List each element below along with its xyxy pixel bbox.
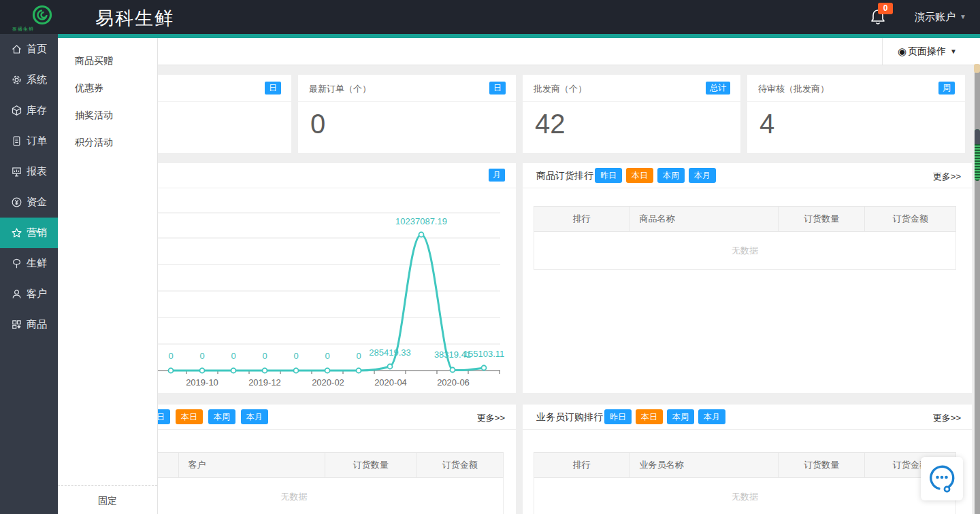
salesman-rank-title: 业务员订购排行 bbox=[536, 411, 603, 424]
dashboard-page: 日 最新订单（个） 日 0 批发商（个） 总计 42 待审核（批发商） 周 4 … bbox=[0, 0, 980, 514]
col-order-amount: 订货金额 bbox=[416, 453, 503, 477]
point-label: 0 bbox=[168, 351, 173, 361]
salesman-rank-header: 业务员订购排行 昨日 本日 本周 本月 更多>> bbox=[523, 405, 972, 430]
grid-icon bbox=[11, 319, 22, 330]
stat-card-title: 批发商（个） bbox=[534, 83, 587, 95]
tab-this-week[interactable]: 本周 bbox=[667, 409, 694, 424]
x-tick-label: 2019-10 bbox=[186, 377, 218, 388]
sidebar-item-fresh[interactable]: 生鲜 bbox=[0, 248, 58, 279]
point-label: 0 bbox=[231, 351, 235, 361]
col-rank: 排行 bbox=[534, 207, 630, 231]
product-rank-header: 商品订货排行 昨日 本日 本周 本月 更多>> bbox=[523, 163, 972, 188]
star-icon bbox=[11, 227, 22, 239]
gear-icon bbox=[11, 74, 22, 86]
col-order-qty: 订货数量 bbox=[779, 207, 866, 231]
tab-this-month[interactable]: 本月 bbox=[698, 409, 725, 424]
page-actions-button[interactable]: ◉ 页面操作 ▼ bbox=[882, 38, 975, 65]
stat-card-pending-review: 待审核（批发商） 周 4 bbox=[747, 75, 965, 153]
table-header-row: 排行 业务员名称 订货数量 订货金额 bbox=[534, 452, 956, 478]
point-label: 0 bbox=[262, 351, 267, 361]
tab-this-week[interactable]: 本周 bbox=[208, 409, 235, 424]
salesman-rank-panel: 业务员订购排行 昨日 本日 本周 本月 更多>> 排行 业务员名称 订货数量 订… bbox=[523, 405, 972, 514]
col-order-qty: 订货数量 bbox=[779, 453, 866, 477]
report-chart-icon bbox=[11, 166, 22, 177]
sidebar-item-home[interactable]: 首页 bbox=[0, 34, 58, 65]
sidebar-item-label: 资金 bbox=[27, 196, 47, 209]
marketing-submenu: 商品买赠 优惠券 抽奖活动 积分活动 固定 bbox=[58, 38, 158, 514]
sidebar-item-funds[interactable]: 资金 bbox=[0, 187, 58, 218]
tab-yesterday[interactable]: 昨日 bbox=[604, 409, 632, 424]
point-label: 155103.11 bbox=[463, 349, 505, 359]
product-rank-panel: 商品订货排行 昨日 本日 本周 本月 更多>> 排行 商品名称 订货数量 订货金… bbox=[523, 163, 972, 393]
tab-today[interactable]: 本日 bbox=[636, 409, 663, 424]
sidebar-item-system[interactable]: 系统 bbox=[0, 65, 58, 95]
stat-card-latest-orders: 最新订单（个） 日 0 bbox=[298, 75, 516, 153]
sidebar-item-label: 生鲜 bbox=[27, 257, 47, 270]
brand-logo-subtext: 推播生鲜 bbox=[12, 26, 65, 33]
sidebar-item-inventory[interactable]: 库存 bbox=[0, 95, 58, 126]
stat-card-value: 4 bbox=[760, 109, 774, 139]
sidebar-item-label: 订单 bbox=[27, 135, 47, 148]
col-rank: 排行 bbox=[534, 453, 630, 477]
salesman-rank-table: 排行 业务员名称 订货数量 订货金额 无数据 bbox=[534, 452, 956, 514]
period-badge: 周 bbox=[938, 82, 955, 95]
point-label: 0 bbox=[325, 351, 329, 361]
more-link[interactable]: 更多>> bbox=[933, 412, 961, 424]
chevron-down-icon: ▼ bbox=[960, 13, 966, 20]
col-order-amount: 订货金额 bbox=[865, 207, 956, 231]
point-label: 285419.33 bbox=[369, 347, 410, 358]
empty-data-row: 无数据 bbox=[534, 478, 956, 514]
sidebar-item-marketing[interactable]: 营销 bbox=[0, 218, 58, 248]
sidebar-item-orders[interactable]: 订单 bbox=[0, 126, 58, 156]
tab-yesterday[interactable]: 昨日 bbox=[595, 168, 622, 183]
sidebar-item-products[interactable]: 商品 bbox=[0, 309, 58, 340]
col-salesman-name: 业务员名称 bbox=[630, 453, 779, 477]
submenu-item-lottery[interactable]: 抽奖活动 bbox=[58, 101, 157, 128]
sidebar-item-reports[interactable]: 报表 bbox=[0, 156, 58, 187]
box-icon bbox=[11, 105, 22, 116]
sidebar-item-customers[interactable]: 客户 bbox=[0, 279, 58, 309]
tab-this-month[interactable]: 本月 bbox=[241, 409, 268, 424]
brand-logo-icon bbox=[31, 5, 53, 27]
period-badge: 日 bbox=[265, 82, 281, 95]
sidebar-item-label: 报表 bbox=[27, 165, 47, 178]
submenu-item-points[interactable]: 积分活动 bbox=[58, 128, 157, 156]
scrollbar-thumb[interactable] bbox=[975, 129, 980, 181]
notification-count-badge: 0 bbox=[878, 3, 893, 14]
submenu-item-gift[interactable]: 商品买赠 bbox=[58, 47, 157, 74]
more-link[interactable]: 更多>> bbox=[933, 171, 961, 183]
sidebar-item-label: 库存 bbox=[27, 104, 47, 117]
pin-submenu-button[interactable]: 固定 bbox=[58, 485, 157, 514]
sidebar-nav: 首页 系统 库存 订单 报表 资金 营销 生鲜 bbox=[0, 34, 58, 514]
sidebar-item-label: 客户 bbox=[27, 288, 47, 301]
tab-this-month[interactable]: 本月 bbox=[689, 168, 716, 183]
product-rank-title: 商品订货排行 bbox=[536, 170, 593, 182]
chart-period-badge[interactable]: 月 bbox=[489, 169, 505, 182]
submenu-item-coupon[interactable]: 优惠券 bbox=[58, 74, 157, 101]
chat-widget-button[interactable] bbox=[921, 457, 963, 500]
stat-card-value: 42 bbox=[535, 109, 566, 139]
period-badge: 日 bbox=[489, 82, 506, 95]
empty-data-row: 无数据 bbox=[534, 232, 956, 270]
table-header-row: 排行 商品名称 订货数量 订货金额 bbox=[534, 206, 956, 232]
stat-card-wholesalers: 批发商（个） 总计 42 bbox=[523, 75, 740, 153]
tab-this-week[interactable]: 本周 bbox=[657, 168, 685, 183]
sidebar-item-label: 商品 bbox=[27, 318, 47, 331]
tab-today[interactable]: 本日 bbox=[176, 409, 203, 424]
product-rank-table: 排行 商品名称 订货数量 订货金额 无数据 bbox=[534, 206, 956, 270]
x-tick-label: 2020-06 bbox=[437, 377, 470, 388]
sidebar-item-label: 首页 bbox=[27, 43, 47, 56]
account-menu[interactable]: 演示账户 bbox=[915, 11, 956, 24]
x-tick-label: 2019-12 bbox=[248, 377, 281, 388]
home-icon bbox=[11, 44, 22, 55]
chevron-down-icon: ▼ bbox=[950, 48, 957, 55]
tab-today[interactable]: 本日 bbox=[626, 168, 653, 183]
scrollbar-marker bbox=[974, 64, 980, 73]
x-tick-label: 2020-04 bbox=[374, 377, 407, 388]
point-label: 0 bbox=[293, 351, 298, 361]
page-toolbar: ◉ 页面操作 ▼ bbox=[58, 38, 980, 65]
more-link[interactable]: 更多>> bbox=[477, 412, 505, 424]
stat-card-title-row: 最新订单（个） 日 bbox=[298, 75, 516, 102]
yen-circle-icon bbox=[11, 196, 22, 208]
sidebar-item-label: 系统 bbox=[27, 73, 47, 86]
